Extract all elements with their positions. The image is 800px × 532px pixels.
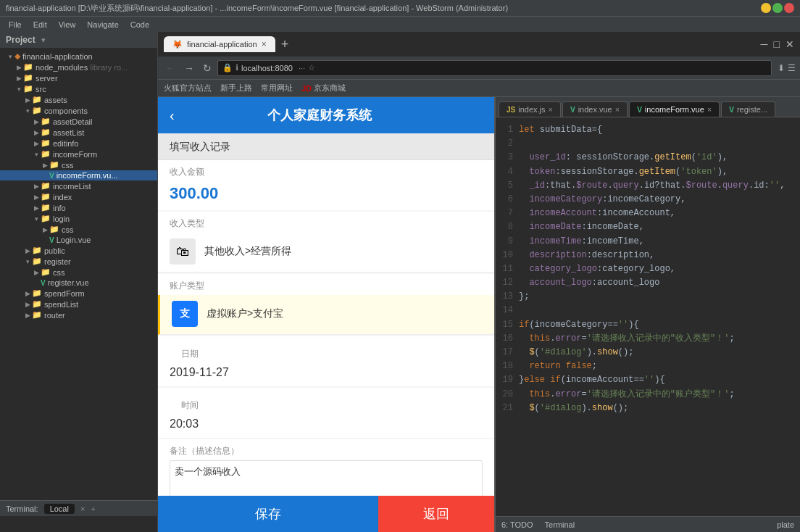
browser-tab-main[interactable]: 🦊 financial-application × bbox=[164, 36, 275, 52]
ellipsis-btn[interactable]: ··· bbox=[299, 64, 305, 72]
sidebar-item-assetdetail[interactable]: ▶ 📁 assetDetail bbox=[0, 116, 157, 127]
sidebar: Project ▾ ▾ ◆ financial-application ▶ 📁 … bbox=[0, 32, 158, 532]
tree-arrow: ▶ bbox=[32, 269, 41, 276]
sidebar-item-src[interactable]: ▾ 📁 src bbox=[0, 83, 157, 94]
window-close-button[interactable] bbox=[784, 3, 794, 13]
sidebar-item-public[interactable]: ▶ 📁 public bbox=[0, 245, 157, 256]
folder-icon: 📁 bbox=[49, 225, 59, 234]
status-bar: 6: TODO Terminal plate bbox=[496, 516, 800, 532]
bookmark-foxfire[interactable]: 火狐官方站点 bbox=[164, 83, 212, 93]
account-value: 虚拟账户>支付宝 bbox=[207, 307, 283, 320]
sidebar-item-login[interactable]: ▾ 📁 login bbox=[0, 213, 157, 224]
tree-arrow: ▶ bbox=[32, 118, 41, 125]
category-select-row[interactable]: 🛍 其他收入>经营所得 bbox=[158, 233, 494, 273]
win-close-icon[interactable]: ✕ bbox=[786, 38, 794, 50]
folder-icon: 📁 bbox=[23, 84, 33, 93]
editor-tab-register[interactable]: V registe... bbox=[721, 101, 775, 117]
sidebar-item-spendlist[interactable]: ▶ 📁 spendList bbox=[0, 299, 157, 309]
win-minimize-icon[interactable]: ─ bbox=[761, 38, 768, 50]
save-button[interactable]: 保存 bbox=[158, 496, 378, 532]
sidebar-item-incomeform-folder[interactable]: ▾ 📁 incomeForm bbox=[0, 149, 157, 159]
sidebar-item-incomelist[interactable]: ▶ 📁 incomeList bbox=[0, 180, 157, 191]
sidebar-item-spendform[interactable]: ▶ 📁 spendForm bbox=[0, 288, 157, 299]
back-button[interactable]: ← bbox=[162, 61, 178, 75]
date-value[interactable]: 2019-11-27 bbox=[170, 363, 483, 379]
sidebar-item-editinfo[interactable]: ▶ 📁 editinfo bbox=[0, 138, 157, 149]
tree-arrow bbox=[41, 172, 49, 179]
tab-close-btn[interactable]: × bbox=[615, 105, 620, 114]
app-back-button[interactable]: ‹ bbox=[170, 107, 175, 124]
back-button-app[interactable]: 返回 bbox=[378, 496, 494, 532]
sidebar-item-register-vue[interactable]: V register.vue bbox=[0, 278, 157, 288]
menu-code[interactable]: Code bbox=[125, 19, 155, 30]
forward-button[interactable]: → bbox=[181, 61, 197, 75]
menu-file[interactable]: File bbox=[3, 19, 28, 30]
bookmark-star[interactable]: ☆ bbox=[308, 63, 315, 72]
code-line: 11 category_logo:category_logo, bbox=[499, 262, 797, 276]
editor-tab-indexjs[interactable]: JS index.js × bbox=[499, 101, 561, 117]
sidebar-item-assetlist[interactable]: ▶ 📁 assetList bbox=[0, 127, 157, 138]
tree-arrow: ▾ bbox=[23, 107, 32, 115]
code-line: 16 this.error='请选择收入记录中的"收入类型"！'; bbox=[499, 332, 797, 346]
time-value[interactable]: 20:03 bbox=[170, 415, 483, 431]
sidebar-item-css3[interactable]: ▶ 📁 css bbox=[0, 267, 157, 278]
bookmark-jd[interactable]: JD 京东商城 bbox=[301, 83, 346, 93]
user-icon[interactable]: 👤 bbox=[464, 107, 483, 124]
sidebar-item-info[interactable]: ▶ 📁 info bbox=[0, 202, 157, 213]
account-select-row[interactable]: 支 虚拟账户>支付宝 bbox=[158, 295, 494, 335]
maximize-button[interactable] bbox=[772, 3, 783, 13]
sidebar-item-assets[interactable]: ▶ 📁 assets bbox=[0, 94, 157, 105]
tab-close-btn[interactable]: × bbox=[707, 105, 712, 114]
sidebar-item-incomeform-vue[interactable]: V incomeForm.vu... bbox=[0, 170, 157, 180]
browser-tab-close[interactable]: × bbox=[262, 39, 267, 49]
sidebar-item-index[interactable]: ▶ 📁 index bbox=[0, 191, 157, 202]
editor-tab-indexvue[interactable]: V index.vue × bbox=[562, 101, 628, 117]
sidebar-item-router[interactable]: ▶ 📁 router bbox=[0, 309, 157, 320]
close-tab-btn[interactable]: × bbox=[80, 504, 85, 513]
root-icon: ◆ bbox=[14, 51, 20, 61]
downloads-icon[interactable]: ⬇ bbox=[778, 63, 785, 73]
sidebar-expand-btn[interactable]: ▾ bbox=[41, 36, 46, 45]
sidebar-item-css2[interactable]: ▶ 📁 css bbox=[0, 224, 157, 235]
folder-icon: 📁 bbox=[32, 246, 42, 255]
minimize-button[interactable] bbox=[761, 3, 771, 13]
menu-icon[interactable]: ☰ bbox=[788, 63, 796, 73]
editor-tab-incomeform[interactable]: V incomeForm.vue × bbox=[629, 101, 720, 117]
window-controls: ─ □ ✕ bbox=[761, 38, 794, 50]
menu-navigate[interactable]: Navigate bbox=[81, 19, 124, 30]
menu-edit[interactable]: Edit bbox=[28, 19, 53, 30]
sidebar-item-server[interactable]: ▶ 📁 server bbox=[0, 72, 157, 83]
address-input[interactable]: 🔒 ℹ localhost:8080 ··· ☆ bbox=[217, 60, 772, 76]
sidebar-item-login-vue[interactable]: V Login.vue bbox=[0, 235, 157, 245]
form-field-account: 账户类型 支 虚拟账户>支付宝 bbox=[158, 274, 494, 335]
folder-icon: 📁 bbox=[32, 288, 42, 298]
code-line: 21 $('#dialog).show(); bbox=[499, 402, 797, 415]
sidebar-item-css1[interactable]: ▶ 📁 css bbox=[0, 159, 157, 170]
tree-arrow: ▶ bbox=[32, 140, 41, 147]
sidebar-item-node-modules[interactable]: ▶ 📁 node_modules library ro... bbox=[0, 62, 157, 72]
sidebar-item-label: info bbox=[53, 204, 66, 212]
form-field-date: 日期 2019-11-27 bbox=[158, 336, 494, 386]
category-label: 收入类型 bbox=[158, 212, 494, 233]
notes-textarea[interactable] bbox=[170, 460, 483, 496]
todo-status[interactable]: 6: TODO bbox=[501, 520, 533, 529]
terminal-status[interactable]: Terminal bbox=[545, 520, 575, 529]
add-tab-btn[interactable]: + bbox=[91, 504, 95, 513]
tree-arrow bbox=[32, 279, 41, 286]
local-tab[interactable]: Local bbox=[44, 504, 75, 514]
sidebar-item-register[interactable]: ▾ 📁 register bbox=[0, 256, 157, 267]
sidebar-item-root[interactable]: ▾ ◆ financial-application bbox=[0, 51, 157, 62]
title-bar-text: financial-application [D:\毕业系统源码\financi… bbox=[6, 3, 761, 14]
reload-button[interactable]: ↻ bbox=[200, 61, 214, 75]
bookmark-newbie[interactable]: 新手上路 bbox=[220, 83, 252, 93]
win-restore-icon[interactable]: □ bbox=[774, 38, 780, 50]
sidebar-item-components[interactable]: ▾ 📁 components bbox=[0, 105, 157, 116]
sidebar-item-label: css bbox=[53, 268, 65, 277]
menu-view[interactable]: View bbox=[53, 19, 82, 30]
new-tab-button[interactable]: + bbox=[277, 37, 293, 52]
code-content[interactable]: 1 let submitData={ 2 3 user_id: sessionS… bbox=[496, 117, 800, 516]
tree-arrow: ▶ bbox=[14, 75, 23, 82]
bookmark-common[interactable]: 常用网址 bbox=[261, 83, 293, 93]
tab-close-btn[interactable]: × bbox=[549, 105, 553, 114]
sidebar-header[interactable]: Project ▾ bbox=[0, 32, 157, 48]
